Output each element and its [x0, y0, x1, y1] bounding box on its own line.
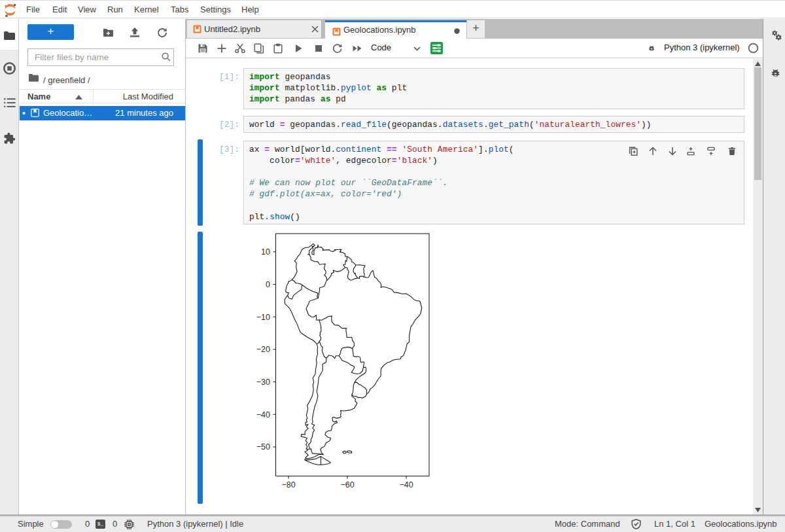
svg-text:−40: −40: [256, 410, 270, 419]
svg-text:−20: −20: [256, 345, 270, 354]
svg-text:−60: −60: [340, 480, 354, 489]
svg-text:−30: −30: [256, 378, 270, 387]
svg-text:0: 0: [266, 280, 270, 289]
svg-text:−10: −10: [256, 313, 270, 322]
svg-text:10: 10: [261, 247, 270, 257]
svg-text:−50: −50: [256, 442, 270, 452]
svg-text:−80: −80: [281, 480, 295, 489]
svg-text:−40: −40: [399, 480, 413, 489]
